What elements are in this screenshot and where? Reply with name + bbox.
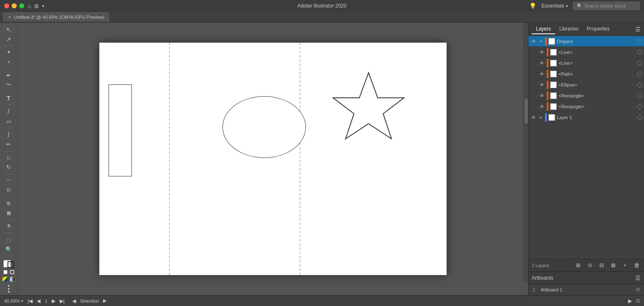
free-transform-tool[interactable]: ⊡ [3,186,15,194]
workspace-selector[interactable]: Essentials ▾ [541,3,568,9]
vertical-scrollbar[interactable] [523,23,528,283]
artboard-tool[interactable]: ⬚ [3,235,15,244]
layer-item-rect2[interactable]: 👁 <Rectangle> [528,101,644,112]
artboards-header: Artboards ☰ [528,272,644,284]
magic-wand-tool[interactable]: ✦ [3,48,15,57]
layer-target-origami[interactable] [637,39,642,44]
eraser-tool[interactable]: ◻ [3,153,15,162]
layer-item-origami[interactable]: 👁 ▾ Origami [528,36,644,47]
artboards-menu-button[interactable]: ☰ [635,275,641,281]
zoom-fit-btn[interactable]: ⊡ [636,298,640,303]
grid-icon[interactable]: ⊞ [34,3,39,9]
visibility-icon-origami[interactable]: 👁 [530,38,537,45]
artboard-settings-icon[interactable]: ⊡ [636,287,640,292]
nav-prev-prev[interactable]: |◀ [28,298,33,304]
layer-thumb-line1 [550,49,557,56]
close-button[interactable] [4,3,9,8]
shape-ellipse[interactable] [222,96,306,158]
status-arrow[interactable]: ▶ [103,298,106,303]
color-boxes[interactable] [3,260,14,268]
more-tools-btn[interactable] [8,285,10,293]
nav-prev[interactable]: ◀ [37,298,40,304]
artboard-item-1[interactable]: 1 Artboard 1 ⊡ [528,284,644,295]
shape-builder-tool[interactable]: ⊞ [3,199,15,208]
statusbar: 40.69% ▾ |◀ ◀ 1 ▶ ▶| ◀ Selection ▶ ▶ ⊡ [0,295,644,306]
direct-selection-tool[interactable]: ↗ [3,35,15,43]
layer-item-layer1[interactable]: 👁 ▸ Layer 1 [528,112,644,123]
delete-layer-button[interactable]: 🗑 [632,261,641,270]
chevron-down-icon[interactable]: ▾ [42,4,44,8]
layer-name-line2: <Line> [558,61,636,66]
visibility-icon-layer1[interactable]: 👁 [530,114,537,121]
search-stock[interactable]: 🔍 Search Adobe Stock [573,2,640,10]
new-layer-button[interactable]: + [621,261,629,270]
gradient-tool[interactable]: ▦ [3,209,15,217]
expand-icon-layer1[interactable]: ▸ [538,115,543,120]
layer-item-line1[interactable]: 👁 <Line> [528,47,644,58]
shape-rectangle[interactable] [109,84,132,176]
layer-item-line2[interactable]: 👁 <Line> [528,58,644,69]
layer-item-path[interactable]: 👁 <Path> [528,69,644,79]
move-to-layer-button[interactable]: ⊠ [609,261,617,270]
pencil-tool[interactable]: ✏ [3,140,15,149]
layer-target-ellipse[interactable] [637,82,642,87]
lightbulb-icon[interactable]: 💡 [529,3,536,9]
color-mode-icon[interactable] [3,277,8,282]
visibility-icon-path[interactable]: 👁 [538,71,545,77]
tab-libraries[interactable]: Libraries [555,24,583,34]
visibility-icon-ellipse[interactable]: 👁 [538,82,545,88]
gradient-icon[interactable] [10,277,15,282]
collect-button[interactable]: ⊟ [597,261,606,270]
visibility-icon-rect2[interactable]: 👁 [538,103,545,110]
make-sublayer-button[interactable]: ⊞ [574,261,582,270]
curvature-tool[interactable]: 〜 [3,81,15,89]
document-tab[interactable]: ✕ Untitled-3* @ 40.69% (CMYK/GPU Preview… [3,13,109,22]
expand-icon-origami[interactable]: ▾ [538,39,543,44]
visibility-icon-rect1[interactable]: 👁 [538,92,545,99]
layer-target-line1[interactable] [637,50,642,55]
layer-target-rect1[interactable] [637,93,642,98]
layer-target-rect2[interactable] [637,104,642,109]
line-tool[interactable]: / [3,107,15,116]
stroke-indicator[interactable] [10,270,14,274]
layer-target-line2[interactable] [637,61,642,66]
layer-item-rect1[interactable]: 👁 <Rectangle> [528,90,644,101]
type-tool[interactable]: T [3,94,15,103]
visibility-icon-line2[interactable]: 👁 [538,60,545,66]
zoom-dropdown-icon[interactable]: ▾ [21,299,23,303]
lasso-tool[interactable]: ⌖ [3,58,15,66]
tab-layers[interactable]: Layers [532,24,555,34]
rotate-tool[interactable]: ↻ [3,163,15,171]
canvas-area[interactable] [18,23,528,295]
layer-target-layer1[interactable] [637,115,642,120]
scroll-thumb-v[interactable] [525,99,528,124]
artboard[interactable] [99,43,447,275]
warp-tool[interactable]: 〰 [3,176,15,185]
eyedropper-tool[interactable]: ⚗ [3,222,15,231]
layer-target-path[interactable] [637,71,642,76]
selection-tool[interactable]: ↖ [3,25,15,34]
panel-menu-button[interactable]: ☰ [635,26,641,33]
maximize-button[interactable] [19,3,24,8]
home-icon[interactable]: ⌂ [28,3,31,9]
visibility-icon-line1[interactable]: 👁 [538,49,545,56]
nav-next[interactable]: ▶ [52,298,56,304]
layer-item-ellipse[interactable]: 👁 <Ellipse> [528,79,644,90]
stroke-color[interactable] [8,261,14,268]
canvas-nav-left[interactable]: ◀ [72,298,76,304]
pen-tool[interactable]: ✒ [3,71,15,80]
shape-star[interactable] [327,69,410,152]
layer-color-ellipse [547,81,548,89]
rectangle-tool[interactable]: ▭ [3,117,15,126]
locate-object-button[interactable]: ⊙ [586,261,594,270]
fill-indicator[interactable] [3,270,8,274]
zoom-tool[interactable]: 🔍 [3,245,15,254]
canvas-nav-right[interactable]: ▶ [628,298,632,304]
nav-next-next[interactable]: ▶| [60,298,65,304]
layers-count: 2 Layers [532,263,571,268]
tab-close[interactable]: ✕ [8,15,11,20]
paintbrush-tool[interactable]: ∫ [3,130,15,139]
tab-properties[interactable]: Properties [583,24,614,34]
minimize-button[interactable] [12,3,17,8]
zoom-control[interactable]: 40.69% ▾ [4,298,23,303]
